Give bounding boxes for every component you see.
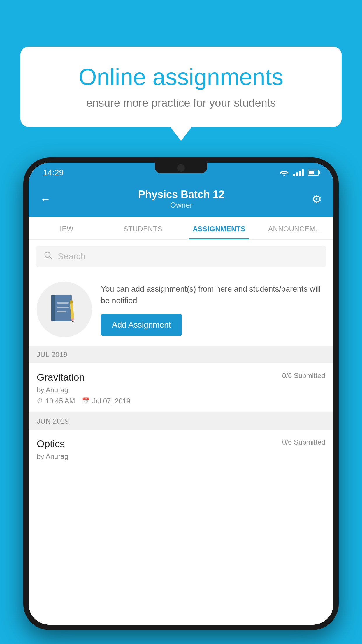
phone-notch [155,163,207,173]
assignment-submitted-optics: 0/6 Submitted [282,438,325,446]
phone-wrapper: 14:29 [23,158,339,644]
wifi-icon [280,169,289,176]
add-assignment-button[interactable]: Add Assignment [101,314,182,336]
header-subtitle: Owner [138,201,224,210]
search-icon [44,251,52,262]
notebook-icon [50,293,79,326]
battery-fill [309,171,314,174]
assignment-name-optics: Optics [37,438,65,449]
assignment-time: 10:45 AM [45,397,75,405]
search-bar-container: Search [29,240,333,273]
promo-icon-circle [37,282,92,337]
assignment-by-gravitation: by Anurag [37,386,325,394]
svg-marker-10 [72,321,74,323]
content-area: Search [29,240,333,625]
status-time: 14:29 [43,168,64,177]
tab-announcements[interactable]: ANNOUNCEM… [257,217,334,239]
assignment-meta-gravitation: ⏱ 10:45 AM 📅 Jul 07, 2019 [37,397,325,405]
promo-description: You can add assignment(s) from here and … [101,283,325,307]
signal-icon [293,169,304,176]
speech-bubble: Online assignments ensure more practice … [20,47,342,127]
svg-rect-5 [57,302,69,304]
phone-camera [177,164,185,172]
app-header: ← Physics Batch 12 Owner ⚙ [29,183,333,217]
svg-rect-6 [57,307,69,308]
bubble-title: Online assignments [41,64,321,90]
svg-rect-7 [57,311,66,312]
clock-icon: ⏱ [37,397,43,405]
battery-icon [308,170,319,176]
search-placeholder: Search [58,251,85,261]
month-section-jul: JUL 2019 [29,346,333,363]
tab-iew[interactable]: IEW [29,217,105,239]
promo-text-area: You can add assignment(s) from here and … [101,283,325,336]
search-bar[interactable]: Search [36,246,326,267]
assignment-by-optics: by Anurag [37,452,325,461]
header-title-group: Physics Batch 12 Owner [138,188,224,210]
back-button[interactable]: ← [40,193,51,205]
settings-icon[interactable]: ⚙ [312,193,322,206]
status-icons [280,169,319,176]
assignment-item-header: Gravitation 0/6 Submitted [37,372,325,383]
tab-students[interactable]: STUDENTS [105,217,181,239]
meta-date: 📅 Jul 07, 2019 [82,397,130,405]
assignment-item-header-optics: Optics 0/6 Submitted [37,438,325,449]
tabs-bar: IEW STUDENTS ASSIGNMENTS ANNOUNCEM… [29,217,333,240]
tab-assignments[interactable]: ASSIGNMENTS [181,217,257,239]
bubble-subtitle: ensure more practice for your students [41,97,321,109]
calendar-icon: 📅 [82,397,90,405]
assignment-submitted-gravitation: 0/6 Submitted [282,372,325,380]
header-title: Physics Batch 12 [138,188,224,201]
svg-line-2 [50,257,52,259]
svg-point-0 [284,175,285,176]
phone-outer: 14:29 [23,158,339,630]
svg-rect-4 [51,295,55,321]
assignment-name-gravitation: Gravitation [37,372,85,383]
meta-time: ⏱ 10:45 AM [37,397,75,405]
month-section-jun: JUN 2019 [29,412,333,430]
phone-screen: 14:29 [29,163,333,625]
svg-rect-11 [70,300,73,304]
assignment-date: Jul 07, 2019 [92,397,130,405]
assignment-promo: You can add assignment(s) from here and … [29,273,333,346]
assignment-item-optics[interactable]: Optics 0/6 Submitted by Anurag [29,430,333,463]
speech-bubble-container: Online assignments ensure more practice … [20,47,342,127]
assignment-item-gravitation[interactable]: Gravitation 0/6 Submitted by Anurag ⏱ 10… [29,363,333,412]
